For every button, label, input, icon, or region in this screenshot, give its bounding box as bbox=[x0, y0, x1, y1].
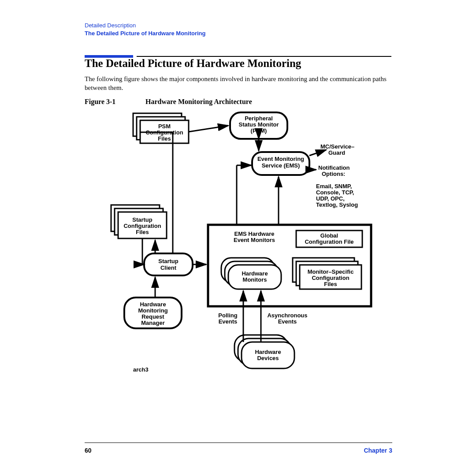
svg-text:Hardware: Hardware bbox=[255, 349, 281, 355]
svg-text:Request: Request bbox=[141, 313, 164, 320]
svg-text:Peripheral: Peripheral bbox=[245, 115, 273, 122]
svg-text:Manager: Manager bbox=[141, 320, 164, 326]
ems-node: Event Monitoring Service (EMS) bbox=[252, 152, 309, 175]
svg-text:Devices: Devices bbox=[257, 355, 279, 361]
figure-title: Hardware Monitoring Architecture bbox=[145, 98, 252, 106]
svg-text:Client: Client bbox=[160, 264, 177, 271]
breadcrumb: Detailed Description bbox=[85, 22, 136, 29]
svg-text:Files: Files bbox=[136, 229, 149, 235]
svg-text:Events: Events bbox=[278, 318, 297, 325]
svg-text:PSM: PSM bbox=[158, 123, 171, 130]
svg-text:Textlog, Syslog: Textlog, Syslog bbox=[316, 201, 358, 208]
psm-node: Peripheral Status Monitor (PSM) bbox=[230, 112, 287, 139]
svg-text:Hardware: Hardware bbox=[242, 270, 268, 277]
svg-text:Configuration: Configuration bbox=[312, 275, 349, 281]
ems-container: EMS Hardware Event Monitors Hardware Mon… bbox=[208, 225, 371, 306]
svg-text:Startup: Startup bbox=[158, 258, 178, 264]
architecture-diagram: PSM Configuration Files Peripheral Statu… bbox=[85, 108, 393, 381]
figure-label: Figure 3-1 bbox=[85, 98, 115, 106]
svg-text:Event Monitoring: Event Monitoring bbox=[257, 156, 304, 162]
svg-text:Startup: Startup bbox=[132, 216, 152, 223]
hmrm-node: Hardware Monitoring Request Manager bbox=[124, 298, 182, 328]
svg-text:Notification: Notification bbox=[318, 164, 350, 171]
svg-text:Files: Files bbox=[158, 135, 171, 142]
svg-text:Global: Global bbox=[320, 232, 338, 239]
startup-client-node: Startup Client bbox=[144, 253, 193, 275]
svg-text:Event Monitors: Event Monitors bbox=[234, 237, 275, 243]
svg-text:Events: Events bbox=[219, 318, 238, 325]
svg-text:UDP, OPC,: UDP, OPC, bbox=[316, 195, 345, 202]
svg-text:(PSM): (PSM) bbox=[251, 127, 267, 134]
svg-text:Asynchronous: Asynchronous bbox=[267, 312, 307, 319]
svg-text:Options:: Options: bbox=[322, 171, 345, 177]
page-number: 60 bbox=[85, 447, 92, 454]
svg-text:Configuration File: Configuration File bbox=[305, 238, 353, 245]
svg-text:Monitoring: Monitoring bbox=[138, 307, 167, 314]
intro-paragraph: The following figure shows the major com… bbox=[85, 75, 392, 92]
svg-text:Guard: Guard bbox=[328, 149, 345, 156]
svg-text:Monitor–Specific: Monitor–Specific bbox=[308, 268, 354, 275]
event-labels: Polling Events Asynchronous Events bbox=[218, 312, 307, 325]
notification-label: Notification Options: Email, SNMP, Conso… bbox=[316, 164, 358, 208]
svg-text:Service (EMS): Service (EMS) bbox=[262, 162, 300, 169]
svg-text:Hardware: Hardware bbox=[140, 301, 166, 308]
svg-line-63 bbox=[309, 150, 326, 156]
svg-text:MC/Service–: MC/Service– bbox=[320, 143, 354, 150]
svg-text:Monitors: Monitors bbox=[243, 276, 267, 283]
header-section: The Detailed Picture of Hardware Monitor… bbox=[85, 30, 205, 37]
svg-text:Configuration: Configuration bbox=[123, 223, 161, 229]
svg-text:Console, TCP,: Console, TCP, bbox=[316, 189, 354, 196]
chapter-label: Chapter 3 bbox=[364, 447, 392, 454]
footer-rule bbox=[85, 443, 392, 443]
svg-text:Email, SNMP,: Email, SNMP, bbox=[316, 183, 352, 190]
arch-label: arch3 bbox=[133, 366, 149, 373]
psm-config-files-node: PSM Configuration Files bbox=[133, 113, 189, 143]
svg-text:EMS Hardware: EMS Hardware bbox=[234, 231, 274, 237]
svg-text:Files: Files bbox=[324, 281, 337, 287]
svg-text:Status Monitor: Status Monitor bbox=[239, 121, 279, 128]
page-title: The Detailed Picture of Hardware Monitor… bbox=[85, 57, 301, 70]
svg-text:Polling: Polling bbox=[218, 312, 237, 319]
svg-line-61 bbox=[189, 126, 228, 132]
startup-config-files-node: Startup Configuration Files bbox=[111, 205, 167, 238]
